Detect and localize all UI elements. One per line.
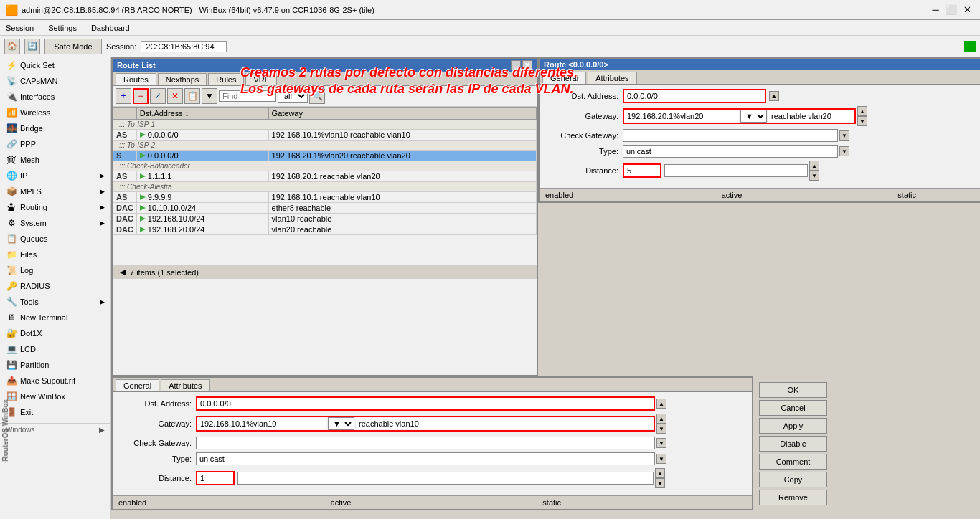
bottom-gateway-dropdown[interactable]: ▼ <box>328 417 354 430</box>
minimize-button[interactable]: ─ <box>928 3 943 17</box>
sidebar-item-capsman[interactable]: 📡 CAPsMAN <box>0 73 110 89</box>
sidebar-item-log[interactable]: 📜 Log <box>0 262 110 278</box>
bottom-dst-scroll-up[interactable]: ▲ <box>656 399 666 409</box>
table-row[interactable]: DAC192.168.10.0/24vlan10 reachable <box>113 214 537 224</box>
panel-close-button[interactable]: ✕ <box>522 60 532 70</box>
dst-scroll-up[interactable]: ▲ <box>769 91 779 101</box>
ok-button[interactable]: OK <box>759 382 827 398</box>
type-scroll-down[interactable]: ▼ <box>839 146 849 156</box>
bottom-gateway-input[interactable] <box>197 418 326 429</box>
sidebar-item-ppp[interactable]: 🔗 PPP <box>0 136 110 152</box>
distance-scroll-up[interactable]: ▲ <box>809 161 819 171</box>
safe-mode-button[interactable]: Safe Mode <box>44 39 102 54</box>
sidebar-item-new-winbox[interactable]: 🪟 New WinBox <box>0 389 110 404</box>
route-table-container[interactable]: Dst.Address ↕ Gateway ::: To-ISP-1AS0.0.… <box>113 107 537 265</box>
menu-session[interactable]: Session <box>3 22 37 34</box>
sidebar-item-interfaces[interactable]: 🔌 Interfaces <box>0 89 110 105</box>
delete-route-button[interactable]: ✕ <box>167 88 183 104</box>
windows-item[interactable]: Windows ▶ <box>0 423 110 436</box>
tab-vrf[interactable]: VRF <box>245 73 277 85</box>
bottom-check-gw-scroll[interactable]: ▼ <box>656 438 666 448</box>
filter-dropdown[interactable]: all <box>278 90 308 103</box>
sidebar-item-mpls[interactable]: 📦 MPLS ▶ <box>0 184 110 199</box>
bottom-gw-scroll-down[interactable]: ▼ <box>656 424 666 434</box>
dialog-tab-general[interactable]: General <box>542 72 586 84</box>
menu-dashboard[interactable]: Dashboard <box>88 22 133 34</box>
check-gateway-input[interactable] <box>623 129 838 142</box>
bottom-dist-scroll-down[interactable]: ▼ <box>655 478 665 488</box>
home-button[interactable]: 🏠 <box>4 39 20 54</box>
sidebar-item-lcd[interactable]: 💻 LCD <box>0 341 110 357</box>
menu-settings[interactable]: Settings <box>45 22 80 34</box>
cancel-button[interactable]: Cancel <box>759 400 827 416</box>
copy-button[interactable]: Copy <box>759 472 827 487</box>
col-header-gateway[interactable]: Gateway <box>268 108 536 120</box>
bottom-tab-attributes[interactable]: Attributes <box>161 379 209 391</box>
table-row[interactable]: AS0.0.0.0/0192.168.10.1%vlan10 reachable… <box>113 130 537 141</box>
sidebar-item-wireless[interactable]: 📶 Wireless <box>0 105 110 120</box>
bottom-gw-scroll-up[interactable]: ▲ <box>656 414 666 424</box>
sidebar-item-exit[interactable]: 🚪 Exit <box>0 404 110 420</box>
table-row[interactable]: S0.0.0.0/0192.168.20.1%vlan20 reachable … <box>113 151 537 161</box>
find-input[interactable] <box>219 90 276 102</box>
apply-button[interactable]: Apply <box>759 418 827 434</box>
bottom-dist-scroll-up[interactable]: ▲ <box>655 468 665 478</box>
sidebar-item-mesh[interactable]: 🕸 Mesh <box>0 152 110 168</box>
gateway-type-dropdown[interactable]: ▼ <box>740 110 767 123</box>
panel-min-button[interactable]: _ <box>511 60 521 70</box>
sidebar-item-quick-set[interactable]: ⚡ Quick Set <box>0 57 110 73</box>
table-row[interactable]: AS9.9.9.9192.168.10.1 reachable vlan10 <box>113 192 537 203</box>
table-row[interactable]: ::: To-ISP-2 <box>113 141 537 151</box>
sidebar-item-partition[interactable]: 💾 Partition <box>0 357 110 373</box>
add-route-button[interactable]: + <box>116 88 131 104</box>
sidebar-item-make-supout[interactable]: 📤 Make Supout.rif <box>0 373 110 389</box>
tab-nexthops[interactable]: Nexthops <box>158 73 207 85</box>
sidebar-item-routing[interactable]: 🛣 Routing ▶ <box>0 199 110 215</box>
check-gw-scroll-down[interactable]: ▼ <box>839 130 849 141</box>
search-button[interactable]: 🔍 <box>309 88 325 104</box>
copy-route-button[interactable]: 📋 <box>184 88 200 104</box>
distance-input[interactable] <box>624 165 660 176</box>
sidebar-item-bridge[interactable]: 🌉 Bridge <box>0 120 110 136</box>
table-row[interactable]: AS1.1.1.1192.168.20.1 reachable vlan20 <box>113 171 537 182</box>
maximize-button[interactable]: ⬜ <box>944 3 958 17</box>
sidebar-item-tools[interactable]: 🔧 Tools ▶ <box>0 294 110 310</box>
distance-scroll-down[interactable]: ▼ <box>809 171 819 181</box>
bottom-tab-general[interactable]: General <box>116 379 159 391</box>
table-row[interactable]: ::: Check-Alestra <box>113 182 537 192</box>
bottom-status-active: active <box>328 497 537 508</box>
edit-route-button[interactable]: ✓ <box>150 88 166 104</box>
bottom-type-scroll[interactable]: ▼ <box>656 454 666 464</box>
sidebar-item-new-terminal[interactable]: 🖥 New Terminal <box>0 310 110 325</box>
bottom-distance-input[interactable] <box>197 472 233 484</box>
sidebar-item-system[interactable]: ⚙ System ▶ <box>0 215 110 231</box>
bottom-check-gw-input[interactable] <box>196 437 655 449</box>
table-row[interactable]: ::: Check-Balanceador <box>113 161 537 171</box>
remove-route-button[interactable]: − <box>133 88 149 104</box>
col-header-flag[interactable] <box>113 108 137 120</box>
dialog-tab-attributes[interactable]: Attributes <box>588 72 636 84</box>
comment-button[interactable]: Comment <box>759 454 827 470</box>
bottom-dst-input[interactable] <box>197 398 654 409</box>
remove-button[interactable]: Remove <box>759 490 827 505</box>
sidebar-item-queues[interactable]: 📋 Queues <box>0 231 110 247</box>
table-row[interactable]: ::: To-ISP-1 <box>113 120 537 130</box>
dst-address-input[interactable] <box>623 89 766 103</box>
table-row[interactable]: DAC10.10.10.0/24ether8 reachable <box>113 203 537 214</box>
sidebar-item-dot1x[interactable]: 🔐 Dot1X <box>0 325 110 341</box>
col-header-dst[interactable]: Dst.Address ↕ <box>136 108 268 120</box>
gateway-input[interactable] <box>624 110 739 122</box>
filter-button[interactable]: ▼ <box>202 88 217 104</box>
gateway-scroll-down[interactable]: ▼ <box>857 116 867 126</box>
tab-routes[interactable]: Routes <box>116 73 156 85</box>
gateway-scroll-up[interactable]: ▲ <box>857 106 867 116</box>
sidebar-item-radius[interactable]: 🔑 RADIUS <box>0 278 110 294</box>
disable-button[interactable]: Disable <box>759 436 827 452</box>
sidebar-item-ip[interactable]: 🌐 IP ▶ <box>0 168 110 184</box>
nav-left-button[interactable]: ◀ <box>116 267 130 277</box>
close-button[interactable]: ✕ <box>960 3 974 17</box>
table-row[interactable]: DAC192.168.20.0/24vlan20 reachable <box>113 224 537 235</box>
refresh-button[interactable]: 🔄 <box>24 39 40 54</box>
sidebar-item-files[interactable]: 📁 Files <box>0 247 110 262</box>
tab-rules[interactable]: Rules <box>208 73 244 85</box>
